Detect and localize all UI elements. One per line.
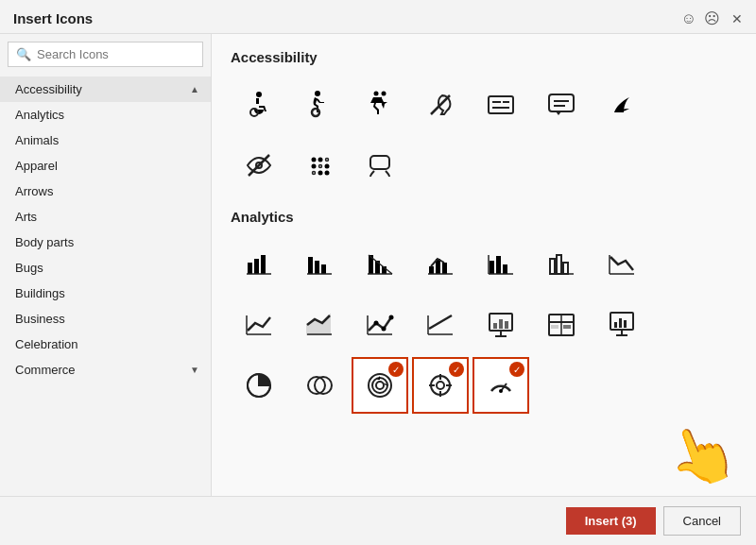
sidebar-item-label: Commerce [15,363,76,377]
svg-rect-66 [505,321,508,329]
accessibility-section-title: Accessibility [231,49,741,65]
icon-bar-chart-3[interactable] [412,236,469,293]
sidebar-item-label: Business [15,312,65,326]
svg-point-56 [374,321,379,326]
sidebar-item-commerce[interactable]: Commerce ▼ [0,357,211,383]
icon-line-chart-down[interactable] [593,236,650,293]
dialog-body: 🔍 Accessibility ▲ Analytics Animals Appa… [0,34,756,496]
sidebar-item-label: Bugs [15,261,43,275]
sad-icon[interactable]: ☹ [704,9,720,27]
svg-point-23 [325,164,330,169]
svg-point-0 [256,92,262,97]
sidebar-item-animals[interactable]: Animals [0,128,211,153]
icon-no-vision[interactable] [231,137,287,194]
dialog-header: Insert Icons ☺ ☹ ✕ [0,0,756,34]
search-box[interactable]: 🔍 [8,42,203,67]
close-button[interactable]: ✕ [731,11,743,26]
icon-line-chart-up[interactable] [231,297,287,353]
icon-bar-chart-5[interactable] [533,236,590,293]
icon-hands-wing[interactable] [593,77,650,133]
icon-braille[interactable] [291,137,348,194]
svg-point-22 [326,159,329,162]
icon-presentation-chart[interactable] [472,297,529,353]
sidebar-item-label: Apparel [15,159,58,173]
icon-scatter-chart[interactable] [352,297,408,353]
sidebar-item-label: Accessibility [15,82,82,96]
svg-point-85 [376,382,384,389]
icon-crosshair-selected[interactable]: ✓ [412,357,469,414]
svg-rect-25 [248,263,252,274]
svg-rect-43 [503,264,507,274]
svg-point-4 [374,92,379,96]
icon-speedometer-selected[interactable]: ✓ [472,357,529,414]
icon-area-chart[interactable] [291,297,348,353]
svg-rect-75 [614,322,617,328]
svg-rect-65 [499,319,503,329]
svg-rect-77 [624,320,627,328]
icon-venn-diagram[interactable] [291,357,348,414]
sidebar-item-apparel[interactable]: Apparel [0,153,211,179]
icon-table-chart[interactable] [533,297,590,353]
sidebar-item-business[interactable]: Business [0,306,211,332]
svg-rect-11 [549,94,574,111]
svg-rect-27 [261,255,266,274]
icon-target-selected[interactable]: ✓ [352,357,408,414]
svg-point-24 [325,171,330,176]
svg-rect-48 [563,263,568,274]
sidebar-item-body-parts[interactable]: Body parts [0,230,211,255]
icon-presentation-analytics[interactable] [593,297,650,353]
dialog-footer: Insert (3) Cancel [0,496,756,545]
header-icons: ☺ ☹ ✕ [681,9,743,27]
icon-bar-chart-2[interactable] [291,236,348,293]
svg-point-2 [315,91,320,96]
sidebar-item-arrows[interactable]: Arrows [0,179,211,204]
svg-rect-37 [429,266,434,274]
icon-tty[interactable] [352,137,408,194]
svg-point-17 [312,164,317,169]
sidebar-item-bugs[interactable]: Bugs [0,255,211,281]
sidebar-item-accessibility[interactable]: Accessibility ▲ [0,77,211,102]
svg-point-84 [372,378,387,393]
icon-bar-chart-down[interactable] [352,236,408,293]
svg-point-93 [499,389,503,393]
icon-hearing-impaired[interactable] [412,77,469,133]
analytics-icons-grid: ✓ ✓ ✓ [231,236,741,414]
svg-point-19 [318,158,323,162]
icon-bar-chart-4[interactable] [472,236,529,293]
svg-point-16 [312,158,317,162]
sidebar-item-label: Animals [15,133,59,147]
sidebar-item-celebration[interactable]: Celebration [0,332,211,357]
cancel-button[interactable]: Cancel [663,506,741,536]
sidebar-list: Accessibility ▲ Analytics Animals Appare… [0,75,211,496]
sidebar-item-label: Arts [15,210,37,224]
smiley-icon[interactable]: ☺ [681,10,696,27]
sidebar-item-analytics[interactable]: Analytics [0,102,211,128]
sidebar-item-buildings[interactable]: Buildings [0,281,211,306]
sidebar: 🔍 Accessibility ▲ Analytics Animals Appa… [0,34,212,496]
svg-rect-42 [496,256,501,274]
svg-rect-41 [490,261,494,274]
dialog-title: Insert Icons [13,10,93,26]
insert-button[interactable]: Insert (3) [566,507,656,535]
icon-bar-chart-1[interactable] [231,236,287,293]
search-input[interactable] [37,47,195,61]
svg-rect-72 [551,325,558,329]
accessibility-icons-grid [231,77,741,194]
svg-rect-64 [493,323,497,329]
svg-rect-76 [619,318,622,328]
sidebar-item-label: Arrows [15,184,53,198]
svg-rect-26 [254,259,259,274]
svg-point-18 [313,172,316,175]
icon-wheelchair[interactable] [231,77,287,133]
svg-point-21 [318,171,323,176]
analytics-section-title: Analytics [231,209,741,225]
icon-speech-bubble[interactable] [533,77,590,133]
sidebar-item-arts[interactable]: Arts [0,204,211,230]
icon-funnel-chart[interactable] [412,297,469,353]
icon-accessible-person[interactable] [352,77,408,133]
check-badge: ✓ [388,362,404,377]
icon-pie-chart[interactable] [231,357,287,414]
svg-rect-46 [550,259,555,274]
icon-captions[interactable] [472,77,529,133]
icon-wheelchair-active[interactable] [291,77,348,133]
